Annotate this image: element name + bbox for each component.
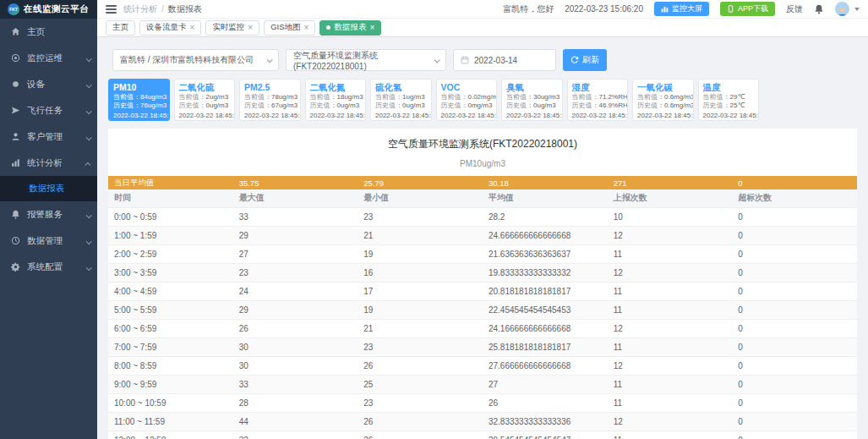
metric-card-title: 硫化氢: [375, 82, 427, 93]
tab-close-icon[interactable]: ×: [248, 24, 253, 32]
filter-toolbar: 富凯特 / 深圳市富凯特科技有限公司 空气质量环境监测系统(FKT2022021…: [112, 49, 868, 71]
device-select[interactable]: 空气质量环境监测系统(FKT20220218001): [286, 49, 446, 71]
tab-label: 数据报表: [334, 22, 366, 33]
metric-card-title: VOC: [441, 82, 493, 93]
metric-card-PM2.5[interactable]: PM2.5当前值：78ug/m3历史值：67ug/m32022-03-22 18…: [239, 79, 301, 121]
metric-card-湿度[interactable]: 湿度当前值：71.2%RH历史值：46.9%RH2022-03-22 18:45…: [567, 79, 629, 121]
table-cell: 28.2: [483, 207, 608, 226]
metric-current-label: 当前值：: [572, 93, 599, 101]
metric-card-硫化氢[interactable]: 硫化氢当前值：1ug/m3历史值：0ug/m32022-03-22 18:45:…: [370, 79, 432, 121]
table-cell: 12:00 ~ 12:59: [108, 431, 233, 439]
table-cell: 16: [358, 263, 483, 282]
breadcrumb-separator: /: [161, 4, 164, 14]
metric-card-title: 温度: [703, 82, 755, 93]
table-cell: 44: [233, 412, 358, 431]
hamburger-menu-icon[interactable]: [106, 5, 117, 14]
app-download-button[interactable]: APP下载: [720, 2, 775, 16]
report-table-body: 当日平均值35.7525.7930.182710时间最大值最小值平均值上报次数超…: [108, 176, 857, 439]
metric-card-二氧化硫[interactable]: 二氧化硫当前值：2ug/m3历史值：0ug/m32022-03-22 18:45…: [174, 79, 236, 121]
tab-home[interactable]: 主页: [106, 20, 135, 36]
table-cell: 26: [358, 431, 483, 439]
user-avatar[interactable]: [835, 2, 849, 16]
tab-label: GIS地图: [270, 22, 300, 33]
report-subtitle: PM10ug/m3: [108, 159, 857, 168]
table-cell: 26: [233, 319, 358, 337]
gear-icon: [11, 262, 20, 272]
main-content: 富凯特 / 深圳市富凯特科技有限公司 空气质量环境监测系统(FKT2022021…: [97, 37, 868, 439]
metric-history-row: 历史值：0ug/m3: [179, 102, 231, 111]
tab-device-sim[interactable]: 设备流量卡×: [139, 20, 201, 36]
table-cell: 20.818181818181817: [483, 282, 608, 300]
sidebar-item-monitor-ops[interactable]: 监控运维: [0, 45, 97, 71]
table-cell: 19: [358, 300, 483, 319]
tab-close-icon[interactable]: ×: [369, 24, 374, 32]
refresh-button[interactable]: 刷新: [563, 49, 607, 71]
tab-data-report[interactable]: 数据报表×: [319, 20, 381, 36]
metric-card-臭氧[interactable]: 臭氧当前值：30ug/m3历史值：0ug/m32022-03-22 18:45:…: [501, 79, 563, 121]
table-cell: 29.545454545454547: [483, 431, 608, 439]
tab-close-icon[interactable]: ×: [304, 24, 309, 32]
table-cell: 0: [732, 282, 857, 300]
sidebar-item-flight-tasks[interactable]: 飞行任务: [0, 97, 97, 123]
metric-history-row: 历史值：76ug/m3: [113, 102, 165, 111]
sidebar-item-system-config[interactable]: 系统配置: [0, 254, 97, 280]
metric-card-title: 湿度: [572, 82, 624, 93]
active-tab-dot-icon: [326, 25, 330, 30]
company-select[interactable]: 富凯特 / 深圳市富凯特科技有限公司: [112, 49, 279, 71]
metric-card-title: 二氧化硫: [179, 82, 231, 93]
metric-card-VOC[interactable]: VOC当前值：0.02mg/m3历史值：0mg/m32022-03-22 18:…: [436, 79, 498, 121]
report-panel: 空气质量环境监测系统(FKT20220218001) PM10ug/m3 当日平…: [108, 129, 857, 439]
metric-history-value: 0ug/m3: [337, 102, 360, 109]
breadcrumb-stats[interactable]: 统计分析: [123, 3, 157, 15]
table-cell: 26: [483, 393, 608, 412]
table-cell: 33: [233, 207, 358, 226]
clock-icon: [11, 236, 20, 245]
metric-current-label: 当前值：: [113, 93, 140, 101]
table-row: 4:00 ~ 4:59241720.818181818181817110: [108, 282, 857, 300]
metric-card-一氧化碳[interactable]: 一氧化碳当前值：0.6mg/m3历史值：0.6mg/m32022-03-22 1…: [632, 79, 694, 121]
table-cell: 0: [732, 244, 857, 263]
table-cell: 33: [233, 375, 358, 393]
metric-current-label: 当前值：: [375, 93, 402, 101]
table-cell: 0: [732, 375, 857, 393]
sidebar-item-statistics[interactable]: 统计分析: [0, 150, 97, 176]
metric-card-PM10[interactable]: PM10当前值：84ug/m3历史值：76ug/m32022-03-22 18:…: [108, 79, 170, 121]
logo-icon: FKT: [8, 3, 19, 15]
metric-card-温度[interactable]: 温度当前值：29℃历史值：25℃2022-03-22 18:45:53: [698, 79, 760, 121]
metric-history-row: 历史值：0ug/m3: [375, 102, 427, 111]
table-cell: 28: [233, 393, 358, 412]
monitor-screen-button[interactable]: 监控大屏: [654, 2, 709, 16]
sidebar-subitem-data-report[interactable]: 数据报表: [0, 176, 97, 201]
metric-current-label: 当前值：: [441, 93, 468, 101]
top-header: FKT 在线监测云平台 统计分析 / 数据报表 富凯特，您好 2022-03-2…: [0, 0, 868, 19]
monitor-icon: [11, 53, 20, 63]
tab-close-icon[interactable]: ×: [190, 24, 195, 32]
table-row: 9:00 ~ 9:59332527110: [108, 375, 857, 393]
tab-realtime-monitor[interactable]: 实时监控×: [205, 20, 259, 36]
sidebar-item-label: 设备: [27, 79, 45, 91]
phone-icon: [727, 5, 734, 13]
metric-current-row: 当前值：18ug/m3: [310, 93, 362, 102]
metric-card-二氧化氮[interactable]: 二氧化氮当前值：18ug/m3历史值：0ug/m32022-03-22 18:4…: [305, 79, 367, 121]
metric-history-value: 76ug/m3: [140, 102, 167, 109]
notification-bell-icon[interactable]: [814, 4, 824, 14]
avatar-dropdown-caret-icon[interactable]: [854, 8, 860, 11]
metric-history-label: 历史值：: [113, 102, 140, 109]
sidebar-item-alarm-service[interactable]: 报警服务: [0, 201, 97, 228]
sidebar-item-devices[interactable]: 设备: [0, 71, 97, 97]
tab-gis-map[interactable]: GIS地图×: [264, 20, 315, 36]
header-main: 统计分析 / 数据报表 富凯特，您好 2022-03-23 15:06:20 监…: [97, 0, 868, 19]
table-cell: 0: [732, 431, 857, 439]
metric-current-row: 当前值：1ug/m3: [375, 93, 427, 102]
metric-card-timestamp: 2022-03-22 18:45:53: [637, 112, 689, 119]
feedback-link[interactable]: 反馈: [786, 3, 803, 15]
sidebar-item-data-mgmt[interactable]: 数据管理: [0, 228, 97, 254]
table-cell: 30: [233, 337, 358, 356]
date-picker-input[interactable]: 2022-03-14: [453, 49, 556, 71]
sidebar-item-home[interactable]: 主页: [0, 19, 97, 45]
metric-current-value: 71.2%RH: [599, 93, 628, 101]
report-table: 当日平均值35.7525.7930.182710时间最大值最小值平均值上报次数超…: [108, 176, 857, 439]
table-cell: 0: [732, 226, 857, 244]
table-cell: 32: [233, 431, 358, 439]
sidebar-item-customer-mgmt[interactable]: 客户管理: [0, 123, 97, 150]
